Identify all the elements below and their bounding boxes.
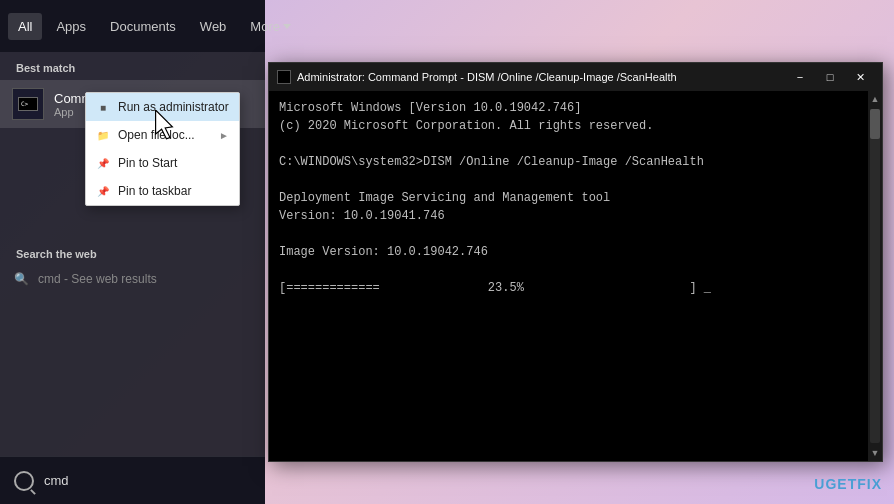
start-menu: All Apps Documents Web More Best match C…	[0, 0, 265, 504]
watermark-suffix: TFIX	[848, 476, 882, 492]
tab-apps[interactable]: Apps	[46, 13, 96, 40]
context-item-run-admin-label: Run as administrator	[118, 100, 229, 114]
search-input[interactable]: cmd	[44, 473, 69, 488]
context-item-pin-start[interactable]: 📌 Pin to Start	[86, 149, 239, 177]
context-item-pin-taskbar-label: Pin to taskbar	[118, 184, 191, 198]
tab-more[interactable]: More	[240, 13, 301, 40]
cmd-content: Microsoft Windows [Version 10.0.19042.74…	[269, 91, 882, 461]
cmd-output: Microsoft Windows [Version 10.0.19042.74…	[279, 99, 872, 297]
cmd-titlebar-title: Administrator: Command Prompt - DISM /On…	[297, 71, 780, 83]
watermark-prefix: UG	[814, 476, 837, 492]
cmd-scrollbar[interactable]: ▲ ▼	[868, 91, 882, 461]
web-result-item[interactable]: 🔍 cmd - See web results	[0, 264, 265, 294]
tab-documents[interactable]: Documents	[100, 13, 186, 40]
web-section-label: Search the web	[0, 238, 265, 264]
tab-web[interactable]: Web	[190, 13, 237, 40]
scrollbar-up-arrow[interactable]: ▲	[871, 91, 880, 107]
maximize-button[interactable]: □	[816, 67, 844, 87]
context-item-pin-taskbar[interactable]: 📌 Pin to taskbar	[86, 177, 239, 205]
pin-icon: 📌	[96, 156, 110, 170]
watermark: UGETFIX	[814, 476, 882, 492]
cmd-titlebar-icon	[277, 70, 291, 84]
scrollbar-down-arrow[interactable]: ▼	[871, 445, 880, 461]
arrow-right-icon: ►	[219, 130, 229, 141]
close-button[interactable]: ✕	[846, 67, 874, 87]
chevron-down-icon	[283, 24, 291, 29]
search-bar: cmd	[0, 456, 265, 504]
web-result-text: cmd - See web results	[38, 272, 157, 286]
minimize-button[interactable]: −	[786, 67, 814, 87]
shield-icon: ■	[96, 100, 110, 114]
web-result-suffix: - See web results	[61, 272, 157, 286]
context-item-open-file[interactable]: 📁 Open file loc... ►	[86, 121, 239, 149]
tab-all[interactable]: All	[8, 13, 42, 40]
cmd-titlebar: Administrator: Command Prompt - DISM /On…	[269, 63, 882, 91]
start-tabs: All Apps Documents Web More	[0, 0, 265, 52]
window-controls: − □ ✕	[786, 67, 874, 87]
best-match-label: Best match	[0, 52, 265, 80]
folder-icon: 📁	[96, 128, 110, 142]
context-item-pin-start-label: Pin to Start	[118, 156, 177, 170]
search-icon	[14, 471, 34, 491]
cmd-window: Administrator: Command Prompt - DISM /On…	[268, 62, 883, 462]
scrollbar-thumb[interactable]	[870, 109, 880, 139]
context-menu: ■ Run as administrator 📁 Open file loc..…	[85, 92, 240, 206]
search-web-icon: 🔍	[12, 270, 30, 288]
cmd-icon-terminal	[18, 97, 38, 111]
taskbar-pin-icon: 📌	[96, 184, 110, 198]
cmd-icon	[12, 88, 44, 120]
watermark-highlight: E	[837, 476, 847, 492]
context-item-open-file-label: Open file loc...	[118, 128, 195, 142]
context-item-run-admin[interactable]: ■ Run as administrator	[86, 93, 239, 121]
scrollbar-track[interactable]	[870, 109, 880, 443]
